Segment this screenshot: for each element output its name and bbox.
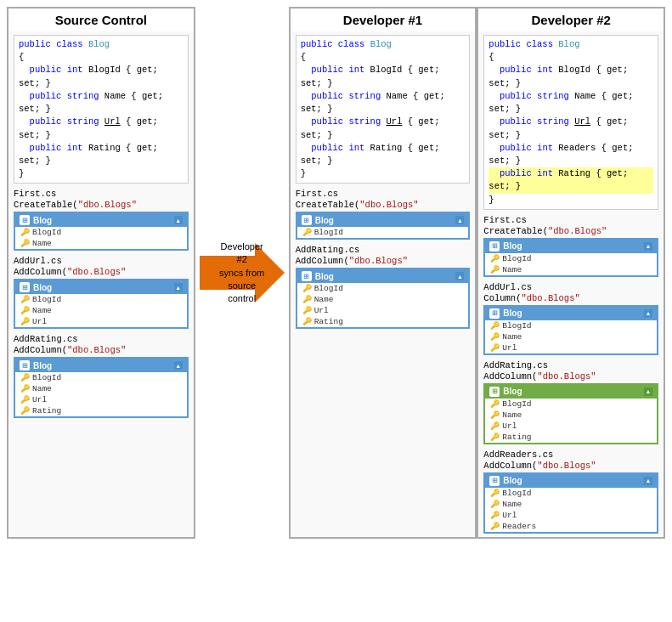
dev2-addreaders-method: AddColumn("dbo.Blogs"	[483, 461, 658, 471]
source-addurl-resx-header: ⊞ Blog ▲	[15, 280, 187, 294]
dev2-first-method: CreateTable("dbo.Blogs"	[483, 226, 658, 236]
resx-row-blogid: 🔑 BlogId	[485, 320, 657, 331]
dev2-addurl-entity-name: Blog	[503, 308, 522, 318]
dev2-addrating-resx-header: ⊞ Blog ▲	[485, 385, 657, 399]
source-addurl-entity: ⊞ Blog	[20, 282, 52, 292]
dev2-content: public class Blog { public int BlogId { …	[478, 31, 664, 537]
resx-row-rating: 🔑 Rating	[15, 405, 187, 416]
code-line-highlighted: public int Rating { get; set; }	[488, 167, 653, 193]
source-code-block: public class Blog { public int BlogId { …	[14, 35, 189, 184]
source-addurl-resx: ⊞ Blog ▲ 🔑 BlogId 🔑 Name 🔑 Url	[14, 279, 189, 329]
field-icon: 🔑	[490, 410, 500, 420]
field-icon: 🔑	[20, 395, 30, 404]
source-addrating-resx: ⊞ Blog ▲ 🔑 BlogId 🔑 Name 🔑 Url 🔑 Rating	[14, 357, 189, 418]
dev1-first-entity: ⊞ Blog	[302, 215, 334, 225]
field-icon: 🔑	[302, 317, 312, 326]
dev1-addrating-method: AddColumn("dbo.Blogs"	[296, 256, 471, 266]
resx-entity-icon: ⊞	[20, 282, 30, 292]
code-line: public int BlogId { get; set; }	[488, 64, 653, 89]
resx-row-name: 🔑 Name	[297, 294, 469, 305]
sort-icon: ▲	[174, 283, 183, 291]
dev2-first-entity-name: Blog	[503, 241, 522, 251]
source-migration-first: First.cs CreateTable("dbo.Blogs" ⊞ Blog …	[14, 189, 189, 251]
source-addrating-filename: AddRating.cs	[14, 334, 189, 344]
resx-row-name: 🔑 Name	[485, 499, 657, 510]
source-first-filename: First.cs	[14, 189, 189, 199]
code-line: public string Name { get; set; }	[488, 90, 653, 116]
dev1-first-entity-name: Blog	[315, 216, 334, 225]
source-first-entity-name: Blog	[33, 216, 52, 225]
code-line: {	[301, 51, 466, 64]
sort-icon: ▲	[644, 309, 652, 318]
sort-icon: ▲	[644, 387, 652, 396]
dev2-migration-addurl: AddUrl.cs Column("dbo.Blogs" ⊞ Blog ▲ 🔑 …	[483, 282, 658, 355]
code-line: public int Rating { get; set; }	[19, 142, 184, 167]
dev1-migration-first: First.cs CreateTable("dbo.Blogs" ⊞ Blog …	[296, 189, 471, 240]
code-line: }	[488, 194, 653, 206]
sort-icon: ▲	[644, 242, 652, 251]
resx-row-name: 🔑 Name	[485, 264, 657, 275]
resx-row-blogid: 🔑 BlogId	[297, 227, 469, 238]
code-line: public string Name { get; set; }	[19, 90, 184, 116]
code-line: public string Url { get; set; }	[19, 116, 184, 141]
code-line: public string Url { get; set; }	[488, 116, 653, 141]
dev1-addrating-resx-header: ⊞ Blog ▲	[297, 269, 469, 283]
resx-row-blogid: 🔑 BlogId	[297, 283, 469, 294]
source-addurl-filename: AddUrl.cs	[14, 256, 189, 266]
field-icon: 🔑	[20, 317, 30, 326]
code-line: {	[19, 51, 184, 64]
resx-row-name: 🔑 Name	[15, 238, 187, 249]
dev2-addrating-entity-name: Blog	[503, 387, 522, 396]
key-icon: 🔑	[490, 254, 500, 263]
source-control-header: Source Control	[8, 8, 194, 31]
dev1-first-resx-header: ⊞ Blog ▲	[297, 213, 469, 227]
field-icon: 🔑	[490, 511, 500, 520]
main-container: Source Control public class Blog { publi…	[0, 0, 672, 546]
dev1-content: public class Blog { public int BlogId { …	[291, 31, 476, 332]
source-first-method: CreateTable("dbo.Blogs"	[14, 200, 189, 210]
sort-icon: ▲	[174, 361, 183, 370]
resx-row-url: 🔑 Url	[485, 510, 657, 521]
dev2-addurl-method: Column("dbo.Blogs"	[483, 293, 658, 303]
source-migration-addurl: AddUrl.cs AddColumn("dbo.Blogs" ⊞ Blog ▲…	[14, 256, 189, 329]
dev1-addrating-entity-name: Blog	[315, 272, 334, 281]
sort-icon: ▲	[174, 216, 183, 224]
code-line: public int BlogId { get; set; }	[19, 64, 184, 89]
dev2-addrating-entity: ⊞ Blog	[489, 387, 522, 397]
resx-entity-icon: ⊞	[489, 241, 500, 252]
field-icon: 🔑	[20, 239, 30, 248]
code-line: public class Blog	[19, 38, 184, 51]
resx-row-name: 🔑 Name	[15, 305, 187, 316]
field-icon: 🔑	[490, 421, 500, 431]
key-icon: 🔑	[302, 284, 312, 293]
field-icon: 🔑	[490, 265, 500, 274]
code-line: public int BlogId { get; set; }	[301, 64, 466, 89]
dev2-addurl-resx-header: ⊞ Blog ▲	[485, 307, 657, 320]
dev1-column: Developer #1 public class Blog { public …	[289, 7, 477, 539]
dev2-migration-addrating: AddRating.cs AddColumn("dbo.Blogs" ⊞ Blo…	[483, 360, 658, 444]
resx-row-name: 🔑 Name	[485, 410, 657, 421]
dev2-addreaders-resx-header: ⊞ Blog ▲	[485, 474, 657, 488]
code-line: }	[301, 167, 466, 180]
source-migration-addrating: AddRating.cs AddColumn("dbo.Blogs" ⊞ Blo…	[14, 334, 189, 418]
source-addrating-entity: ⊞ Blog	[20, 360, 52, 370]
code-line: public int Rating { get; set; }	[301, 142, 466, 167]
resx-row-url: 🔑 Url	[297, 305, 469, 316]
key-icon: 🔑	[20, 228, 30, 237]
code-line: public int Readers { get; set; }	[488, 142, 653, 167]
source-addrating-method: AddColumn("dbo.Blogs"	[14, 345, 189, 355]
dev2-first-resx: ⊞ Blog ▲ 🔑 BlogId 🔑 Name	[483, 238, 658, 277]
dev2-column: Developer #2 public class Blog { public …	[477, 7, 665, 539]
dev1-addrating-resx: ⊞ Blog ▲ 🔑 BlogId 🔑 Name 🔑 Url 🔑 Rating	[296, 268, 471, 329]
resx-row-rating: 🔑 Rating	[485, 432, 657, 443]
dev2-addurl-filename: AddUrl.cs	[483, 282, 658, 292]
svg-marker-0	[200, 243, 285, 303]
field-icon: 🔑	[490, 332, 500, 342]
code-line: }	[19, 167, 184, 180]
dev2-addurl-entity: ⊞ Blog	[489, 308, 522, 319]
dev2-migration-first: First.cs CreateTable("dbo.Blogs" ⊞ Blog …	[483, 215, 658, 277]
field-icon: 🔑	[20, 306, 30, 315]
source-addrating-entity-name: Blog	[33, 361, 52, 370]
dev2-addreaders-entity: ⊞ Blog	[489, 476, 522, 486]
dev1-migration-addrating: AddRating.cs AddColumn("dbo.Blogs" ⊞ Blo…	[296, 245, 471, 329]
